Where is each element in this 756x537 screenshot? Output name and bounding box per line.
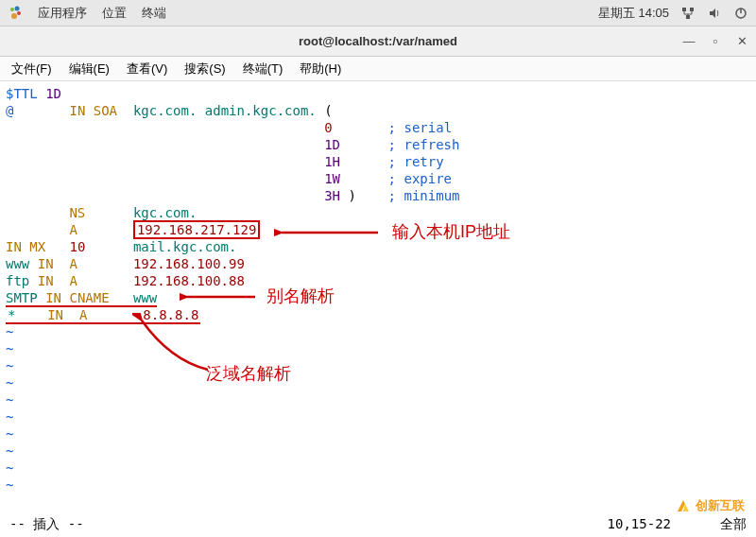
taskbar-places[interactable]: 位置 (102, 5, 127, 22)
svg-point-0 (10, 8, 14, 11)
vim-mode: -- 插入 -- (9, 516, 558, 537)
vim-position: 10,15-22 (558, 516, 671, 537)
menu-edit[interactable]: 编辑(E) (63, 59, 115, 79)
annotation-wildcard-label: 泛域名解析 (206, 365, 291, 382)
taskbar-clock[interactable]: 星期五 14:05 (598, 5, 669, 22)
power-icon[interactable] (733, 6, 748, 21)
vim-scroll: 全部 (671, 516, 747, 537)
desktop-taskbar: 应用程序 位置 终端 星期五 14:05 (0, 0, 756, 26)
window-titlebar[interactable]: root@localhost:/var/named — ▫ ✕ (0, 26, 756, 57)
vim-statusbar: -- 插入 -- 10,15-22 全部 (0, 516, 756, 537)
taskbar-terminal[interactable]: 终端 (142, 5, 166, 22)
window-title: root@localhost:/var/named (299, 34, 457, 48)
svg-point-1 (15, 6, 20, 10)
svg-point-2 (17, 11, 21, 15)
annotation-ip-label: 输入本机IP地址 (392, 223, 510, 240)
maximize-button[interactable]: ▫ (709, 35, 722, 48)
highlight-ip: 192.168.217.129 (133, 220, 260, 239)
highlight-cname: SMTP IN CNAME www (6, 290, 157, 307)
taskbar-applications[interactable]: 应用程序 (38, 5, 87, 22)
svg-rect-4 (682, 8, 686, 11)
highlight-wildcard: * IN A 8.8.8.8 (6, 307, 200, 324)
gnome-logo-icon (8, 6, 23, 21)
annotation-alias-label: 别名解析 (266, 287, 335, 304)
menu-view[interactable]: 查看(V) (121, 59, 173, 79)
svg-point-3 (11, 13, 17, 19)
zone-file-text: $TTL 1D @ IN SOA kgc.com. admin.kgc.com.… (6, 85, 750, 494)
close-button[interactable]: ✕ (735, 35, 748, 48)
terminal-content[interactable]: $TTL 1D @ IN SOA kgc.com. admin.kgc.com.… (0, 81, 756, 497)
menu-terminal[interactable]: 终端(T) (237, 59, 289, 79)
terminal-menubar: 文件(F) 编辑(E) 查看(V) 搜索(S) 终端(T) 帮助(H) (0, 57, 756, 81)
network-icon[interactable] (680, 6, 696, 21)
menu-file[interactable]: 文件(F) (6, 59, 58, 79)
watermark-text: 创新互联 (696, 497, 745, 514)
menu-help[interactable]: 帮助(H) (294, 59, 347, 79)
volume-icon[interactable] (707, 6, 722, 21)
minimize-button[interactable]: — (682, 35, 696, 48)
svg-rect-5 (690, 8, 694, 11)
menu-search[interactable]: 搜索(S) (179, 59, 231, 79)
watermark: 创新互联 (675, 497, 745, 514)
